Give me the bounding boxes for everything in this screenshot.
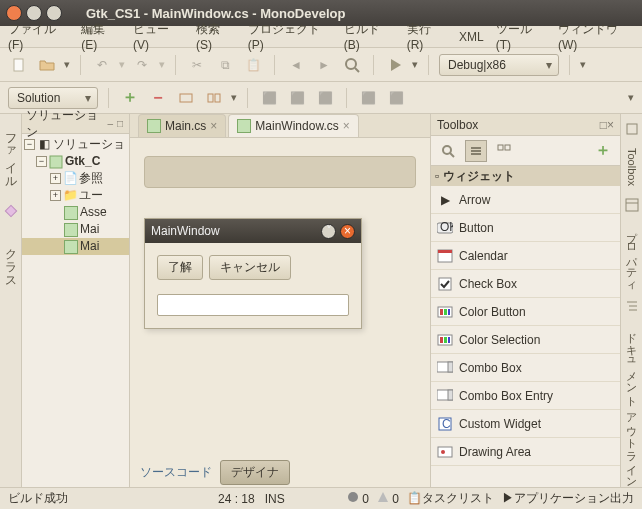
right-tab-outline[interactable]: ドキュメント アウトライン (622, 321, 641, 487)
tab-close-icon[interactable]: × (343, 119, 350, 133)
right-tab-toolbox-icon[interactable] (621, 118, 643, 140)
right-tab-properties[interactable]: プロパティ (622, 220, 641, 291)
toolbox-item-calendar[interactable]: Calendar (431, 242, 620, 270)
svg-rect-27 (444, 337, 447, 343)
align4-icon[interactable]: ⬛ (357, 87, 379, 109)
right-tab-toolbox[interactable]: Toolbox (624, 144, 640, 190)
toolbox-list-icon[interactable] (465, 140, 487, 162)
svg-rect-5 (208, 94, 213, 102)
menu-window[interactable]: ウィンドウ (W) (554, 19, 638, 54)
toolbox-search-icon[interactable] (437, 140, 459, 162)
panel-close-icon[interactable]: × (607, 118, 614, 132)
run-icon[interactable] (384, 54, 406, 76)
left-tab-files[interactable]: ファイル (0, 120, 21, 188)
svg-point-9 (443, 146, 451, 154)
status-warnings[interactable]: 0 (377, 491, 399, 506)
tab-mainwindow-cs[interactable]: MainWindow.cs× (228, 114, 358, 137)
config-combo[interactable]: Debug|x86 (439, 54, 559, 76)
nav-fwd-icon[interactable]: ► (313, 54, 335, 76)
remove-icon[interactable]: − (147, 87, 169, 109)
cut-icon[interactable]: ✂ (186, 54, 208, 76)
ok-button[interactable]: 了解 (157, 255, 203, 280)
solution-combo[interactable]: Solution (8, 87, 98, 109)
paste-icon[interactable]: 📋 (242, 54, 264, 76)
panel-autohide-icon[interactable]: – (105, 118, 115, 129)
right-sidebar-strip: Toolbox プロパティ ドキュメント アウトライン (620, 114, 642, 487)
toolbox-toolbar: ＋ (431, 136, 620, 166)
open-icon[interactable] (36, 54, 58, 76)
status-appoutput[interactable]: ▶アプリケーション出力 (502, 490, 634, 507)
status-tasklist[interactable]: 📋タスクリスト (407, 490, 494, 507)
main-toolbar: ▾ ↶▾ ↷▾ ✂ ⧉ 📋 ◄ ► ▾ Debug|x86 ▾ (0, 48, 642, 82)
toolbox-item-customwidget[interactable]: CCustom Widget (431, 410, 620, 438)
menu-search[interactable]: 検索 (S) (192, 19, 240, 54)
toolbox-item-button[interactable]: OKButton (431, 214, 620, 242)
toolbox-item-drawingarea[interactable]: Drawing Area (431, 438, 620, 466)
menu-file[interactable]: ファイル (F) (4, 19, 73, 54)
calendar-icon (437, 248, 453, 264)
form-mainwindow[interactable]: MainWindow ˅ × 了解 キャンセル (144, 218, 362, 329)
cancel-button[interactable]: キャンセル (209, 255, 291, 280)
align5-icon[interactable]: ⬛ (385, 87, 407, 109)
svg-rect-20 (439, 278, 451, 290)
panel-dock-icon[interactable]: □ (600, 118, 607, 132)
toolbox-item-colorselection[interactable]: Color Selection (431, 326, 620, 354)
tab-close-icon[interactable]: × (210, 119, 217, 133)
svg-rect-32 (448, 390, 453, 400)
add-icon[interactable]: ＋ (119, 87, 141, 109)
new-file-icon[interactable] (8, 54, 30, 76)
menu-xml[interactable]: XML (455, 28, 488, 46)
layout2-icon[interactable] (203, 87, 225, 109)
navigate-to-icon[interactable] (341, 54, 363, 76)
solution-panel: ソリューション – □ −◧ソリューショ −Gtk_C +📄参照 +📁ユー As… (22, 114, 130, 487)
align1-icon[interactable]: ⬛ (258, 87, 280, 109)
nav-back-icon[interactable]: ◄ (285, 54, 307, 76)
panel-close-icon[interactable]: □ (115, 118, 125, 129)
left-tab-classes[interactable]: クラス (0, 234, 21, 288)
form-close-icon[interactable]: × (340, 224, 355, 239)
undo-icon[interactable]: ↶ (91, 54, 113, 76)
menu-build[interactable]: ビルド (B) (340, 19, 399, 54)
align2-icon[interactable]: ⬛ (286, 87, 308, 109)
left-tab-diamond-icon[interactable] (0, 200, 22, 222)
right-tab-outline-icon[interactable] (621, 295, 643, 317)
svg-point-1 (346, 59, 356, 69)
menu-run[interactable]: 実行 (R) (403, 19, 451, 54)
menu-project[interactable]: プロジェクト (P) (244, 19, 336, 54)
designer-view-button[interactable]: デザイナ (220, 460, 290, 485)
tab-main-cs[interactable]: Main.cs× (138, 114, 226, 137)
svg-rect-30 (448, 362, 453, 372)
left-sidebar-strip: ファイル クラス (0, 114, 22, 487)
toolbox-grid-icon[interactable] (493, 140, 515, 162)
designer-surface[interactable]: MainWindow ˅ × 了解 キャンセル ソースコード デザイナ (130, 138, 430, 487)
redo-icon[interactable]: ↷ (131, 54, 153, 76)
open-dropdown-icon[interactable]: ▾ (64, 58, 70, 71)
form-minimize-icon[interactable]: ˅ (321, 224, 336, 239)
menu-view[interactable]: ビュー (V) (129, 19, 188, 54)
status-cursor-pos: 24 : 18 (218, 492, 255, 506)
toolbox-item-comboboxentry[interactable]: Combo Box Entry (431, 382, 620, 410)
toolbar-overflow-icon[interactable]: ▾ (580, 58, 586, 71)
solution-panel-header: ソリューション – □ (22, 114, 129, 134)
button-icon: OK (437, 220, 453, 236)
svg-rect-23 (444, 309, 447, 315)
toolbox-item-colorbutton[interactable]: Color Button (431, 298, 620, 326)
toolbar2-overflow-icon[interactable]: ▾ (628, 91, 634, 104)
toolbox-add-icon[interactable]: ＋ (592, 140, 614, 162)
menu-tools[interactable]: ツール (T) (492, 19, 550, 54)
right-tab-properties-icon[interactable] (621, 194, 643, 216)
align3-icon[interactable]: ⬛ (314, 87, 336, 109)
toolbox-item-arrow[interactable]: ▶Arrow (431, 186, 620, 214)
toolbox-group-header[interactable]: ▫ウィジェット (431, 166, 620, 186)
layout1-icon[interactable] (175, 87, 197, 109)
menu-edit[interactable]: 編集 (E) (77, 19, 125, 54)
status-errors[interactable]: 0 (347, 491, 369, 506)
toolbox-item-combobox[interactable]: Combo Box (431, 354, 620, 382)
copy-icon[interactable]: ⧉ (214, 54, 236, 76)
toolbox-item-checkbox[interactable]: Check Box (431, 270, 620, 298)
svg-rect-22 (440, 309, 443, 315)
svg-rect-6 (215, 94, 220, 102)
source-view-link[interactable]: ソースコード (140, 464, 212, 481)
solution-tree[interactable]: −◧ソリューショ −Gtk_C +📄参照 +📁ユー Asse Mai Mai (22, 134, 129, 487)
entry-input[interactable] (157, 294, 349, 316)
